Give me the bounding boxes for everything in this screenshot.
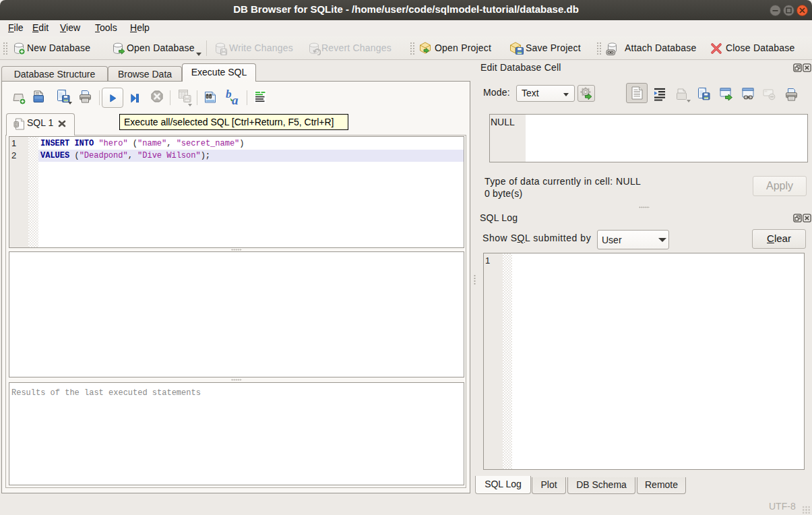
svg-text:a: a [232,93,239,106]
